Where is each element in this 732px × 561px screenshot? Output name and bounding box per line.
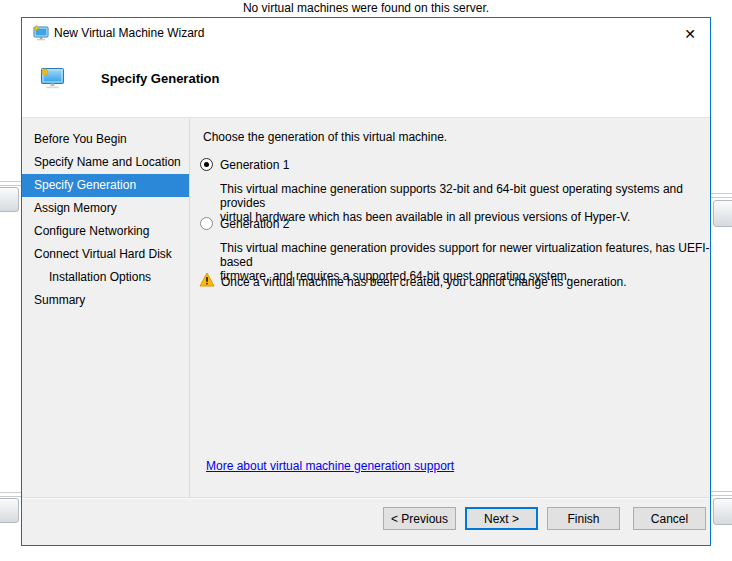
warning-icon (199, 272, 215, 287)
generation-1-description: This virtual machine generation supports… (220, 182, 720, 224)
sidebar-item-configure-networking: Configure Networking (22, 220, 189, 243)
description-line: This virtual machine generation provides… (220, 241, 720, 269)
background-panel-edge (0, 187, 19, 212)
wizard-step-list: Before You Begin Specify Name and Locati… (22, 128, 189, 312)
sidebar-separator (189, 119, 190, 497)
background-panel-edge (713, 498, 732, 525)
background-panel-edge (0, 498, 19, 523)
generation-1-label: Generation 1 (220, 158, 289, 172)
description-line: virtual hardware which has been availabl… (220, 210, 720, 224)
sidebar-item-installation-options: Installation Options (22, 266, 189, 289)
background-divider (0, 181, 21, 182)
sidebar-item-specify-generation: Specify Generation (22, 174, 189, 197)
wizard-app-icon (33, 25, 49, 41)
background-divider (0, 492, 21, 493)
generation-1-radio[interactable] (200, 158, 213, 171)
sidebar-item-summary: Summary (22, 289, 189, 312)
dialog-header-area: New Virtual Machine Wizard ✕ Specify Gen… (22, 18, 710, 118)
close-icon[interactable]: ✕ (679, 23, 701, 45)
background-divider (711, 491, 732, 492)
cancel-button[interactable]: Cancel (633, 507, 706, 530)
next-button[interactable]: Next > (465, 507, 538, 530)
dialog-title: New Virtual Machine Wizard (54, 26, 205, 40)
page-instruction: Choose the generation of this virtual ma… (203, 130, 447, 144)
finish-button[interactable]: Finish (547, 507, 620, 530)
generation-2-radio[interactable] (200, 217, 213, 230)
new-vm-wizard-dialog: New Virtual Machine Wizard ✕ Specify Gen… (21, 17, 711, 546)
wizard-page-icon (41, 68, 65, 90)
background-divider (0, 185, 21, 186)
sidebar-item-assign-memory: Assign Memory (22, 197, 189, 220)
desktop-screen: No virtual machines were found on this s… (0, 0, 732, 561)
background-status-text: No virtual machines were found on this s… (0, 1, 732, 15)
warning-text: Once a virtual machine has been created,… (221, 275, 627, 289)
footer-separator (22, 497, 710, 498)
generation-2-label: Generation 2 (220, 217, 289, 231)
sidebar-item-before-you-begin: Before You Begin (22, 128, 189, 151)
background-divider (711, 495, 732, 496)
more-about-generation-link[interactable]: More about virtual machine generation su… (206, 459, 454, 473)
previous-button[interactable]: < Previous (383, 507, 456, 530)
page-title: Specify Generation (101, 71, 219, 86)
description-line: This virtual machine generation supports… (220, 182, 720, 210)
sidebar-item-specify-name-and-location: Specify Name and Location (22, 151, 189, 174)
sidebar-item-connect-virtual-hard-disk: Connect Virtual Hard Disk (22, 243, 189, 266)
background-divider (0, 496, 21, 497)
